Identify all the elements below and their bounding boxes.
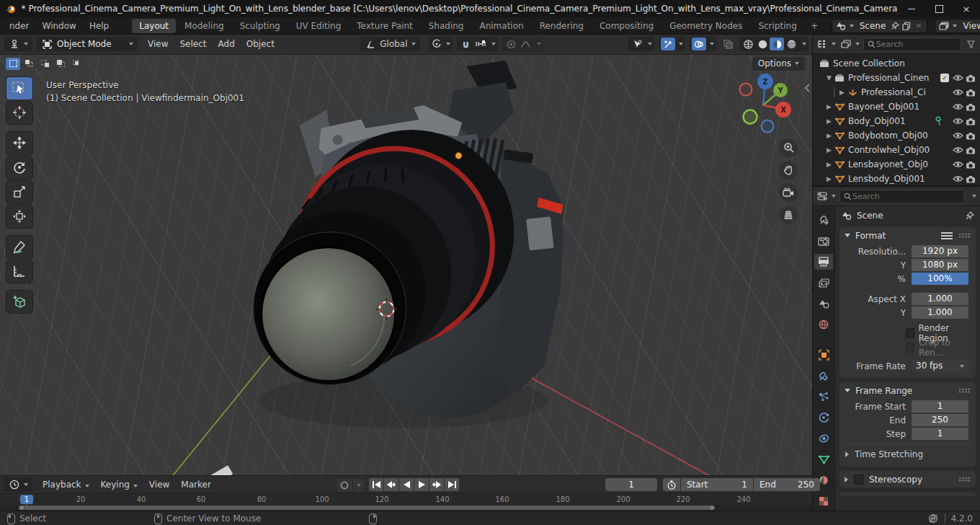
axis-neg-y-ball[interactable]: [744, 110, 757, 123]
select-mode-extend[interactable]: [22, 58, 36, 70]
select-mode-intersect[interactable]: [69, 58, 84, 70]
tab-scene[interactable]: [814, 296, 833, 312]
menu-add[interactable]: Add: [213, 39, 241, 49]
select-mode-subtract[interactable]: [37, 58, 52, 70]
outliner-editor-icon[interactable]: [816, 38, 828, 50]
menu-marker[interactable]: Marker: [175, 480, 216, 490]
tab-output[interactable]: [814, 254, 833, 270]
select-mode-new[interactable]: [6, 58, 20, 70]
tab-texture[interactable]: [814, 493, 833, 509]
jump-to-start-button[interactable]: [369, 478, 383, 491]
tab-geometry-nodes[interactable]: Geometry Nodes: [662, 19, 749, 33]
tab-shading[interactable]: Shading: [422, 19, 471, 33]
magnet-icon[interactable]: [459, 38, 473, 50]
auto-key-record-icon[interactable]: [336, 478, 353, 493]
current-frame-field[interactable]: 1: [605, 478, 657, 491]
frame-start-value[interactable]: 1: [912, 400, 968, 412]
3d-viewport[interactable]: Options User Perspective (1) Scene Colle…: [0, 55, 812, 475]
outliner-row-mesh[interactable]: ▶ Lensbayonet_Obj0: [813, 157, 980, 172]
outliner-search[interactable]: [863, 38, 961, 51]
pin-icon[interactable]: [966, 211, 974, 220]
tool-annotate[interactable]: [6, 235, 33, 259]
tab-compositing[interactable]: Compositing: [592, 19, 661, 33]
tab-modifiers[interactable]: [814, 368, 833, 384]
tab-world[interactable]: [814, 317, 833, 332]
show-overlays-toggle[interactable]: [690, 37, 716, 51]
tool-move[interactable]: [6, 131, 33, 155]
axis-neg-z-ball[interactable]: [762, 120, 774, 132]
tool-scale[interactable]: [6, 180, 33, 204]
frame-rate-dropdown[interactable]: 30 fps: [912, 360, 968, 372]
navigation-gizmo[interactable]: Z Y X: [734, 71, 801, 138]
options-dropdown[interactable]: Options: [752, 57, 805, 71]
timeline-scrollbar[interactable]: [19, 506, 715, 510]
shading-rendered-icon[interactable]: [784, 38, 798, 50]
render-visibility-icon[interactable]: [964, 74, 977, 82]
crop-to-region-checkbox[interactable]: [906, 343, 914, 353]
tab-texture-paint[interactable]: Texture Paint: [349, 19, 419, 33]
hide-eye-icon[interactable]: [951, 132, 964, 139]
outliner-row-mesh[interactable]: ▶ Body_Obj001: [813, 114, 980, 128]
resolution-y-field[interactable]: 1080 px: [912, 259, 968, 271]
menu-select[interactable]: Select: [174, 39, 212, 49]
outliner-row-collection[interactable]: ▼ Professional_Cinen ✓: [813, 71, 980, 85]
properties-search[interactable]: [839, 190, 965, 203]
panel-collapsed-icon[interactable]: [845, 477, 848, 482]
use-preview-range-button[interactable]: [663, 478, 680, 491]
outliner-row-mesh[interactable]: ▶ Bodybotom_Obj00: [813, 128, 980, 143]
tool-select-box[interactable]: [6, 76, 33, 100]
tab-uv-editing[interactable]: UV Editing: [289, 19, 349, 33]
tab-modeling[interactable]: Modeling: [177, 19, 231, 33]
tool-cursor[interactable]: [6, 101, 33, 125]
outliner-row-mesh[interactable]: ▶ Bayonet_Obj001: [813, 100, 980, 114]
collapse-arrow-icon[interactable]: ▶: [824, 118, 834, 125]
timeline-ruler[interactable]: 1 20 40 60 80 100 120 140 160 180 200 22…: [0, 493, 812, 506]
collapse-arrow-icon[interactable]: ▶: [824, 103, 834, 110]
menu-view[interactable]: View: [142, 39, 174, 49]
menu-help[interactable]: Help: [83, 17, 115, 34]
menu-playback[interactable]: Playback: [37, 480, 95, 490]
render-visibility-icon[interactable]: [964, 89, 977, 97]
panel-expanded-icon[interactable]: [845, 234, 850, 237]
hide-eye-icon[interactable]: [951, 103, 964, 110]
time-stretching-subpanel[interactable]: Time Stretching: [845, 444, 970, 462]
resolution-pct-slider[interactable]: 100%: [912, 273, 968, 285]
collapse-arrow-icon[interactable]: ▶: [824, 161, 834, 168]
close-button[interactable]: ×: [953, 0, 980, 17]
tool-rotate[interactable]: [6, 156, 33, 180]
xray-toggle[interactable]: [721, 38, 735, 50]
cinema-camera-object[interactable]: [203, 61, 564, 475]
render-region-checkbox[interactable]: [906, 328, 914, 338]
collapse-arrow-icon[interactable]: ▶: [824, 146, 834, 154]
hide-eye-icon[interactable]: [951, 89, 964, 96]
shading-solid-icon[interactable]: [755, 38, 770, 50]
frame-step-value[interactable]: 1: [912, 428, 968, 440]
menu-render-partial[interactable]: nder: [3, 17, 36, 34]
play-button[interactable]: [414, 478, 429, 491]
collapse-arrow-icon[interactable]: ▶: [824, 175, 834, 182]
editor-type-button[interactable]: [4, 37, 32, 51]
axis-neg-x-ball[interactable]: [740, 83, 752, 95]
camera-view-button[interactable]: [779, 183, 798, 202]
aspect-x-field[interactable]: 1.000: [912, 293, 968, 305]
hide-eye-icon[interactable]: [951, 146, 964, 154]
select-mode-invert[interactable]: [53, 58, 68, 70]
tab-sculpting[interactable]: Sculpting: [233, 19, 288, 33]
render-visibility-icon[interactable]: [964, 161, 977, 169]
tool-add-cube[interactable]: [6, 290, 33, 314]
tab-scripting[interactable]: Scripting: [751, 19, 803, 33]
ortho-toggle-button[interactable]: [779, 206, 798, 224]
tab-rendering[interactable]: Rendering: [533, 19, 591, 33]
snap-with-icon[interactable]: [473, 38, 488, 50]
tab-tool[interactable]: [814, 212, 833, 228]
collection-checkbox[interactable]: ✓: [940, 74, 949, 82]
prev-keyframe-button[interactable]: [384, 478, 398, 491]
outliner-row-mesh[interactable]: ▶ Lensbody_Obj001: [813, 172, 980, 185]
frame-range-panel-title[interactable]: Frame Range: [855, 386, 912, 396]
frame-end-value[interactable]: 250: [912, 414, 968, 426]
proportional-editing-group[interactable]: [502, 37, 543, 51]
zoom-button[interactable]: [779, 138, 798, 157]
tab-animation[interactable]: Animation: [472, 19, 530, 33]
panel-expanded-icon[interactable]: [845, 389, 850, 392]
maximize-button[interactable]: [925, 0, 953, 17]
